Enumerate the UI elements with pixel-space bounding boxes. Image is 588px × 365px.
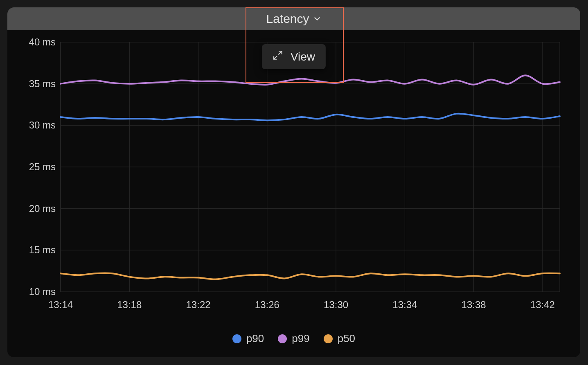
- legend-label: p90: [246, 332, 264, 345]
- y-tick-label: 35 ms: [29, 78, 56, 89]
- menu-item-view[interactable]: View: [291, 50, 315, 63]
- x-tick-label: 13:42: [530, 299, 555, 310]
- expand-icon: [273, 50, 283, 63]
- legend-label: p50: [338, 332, 355, 345]
- legend-item-p90[interactable]: p90: [232, 332, 264, 345]
- panel-menu: View: [262, 44, 326, 69]
- legend-item-p50[interactable]: p50: [324, 332, 355, 345]
- latency-chart: 10 ms15 ms20 ms25 ms30 ms35 ms40 ms13:14…: [20, 38, 568, 316]
- legend-label: p99: [292, 332, 309, 345]
- legend-swatch: [324, 334, 333, 343]
- series-p99: [61, 75, 560, 85]
- y-tick-label: 30 ms: [29, 119, 56, 131]
- legend-swatch: [278, 334, 287, 343]
- x-tick-label: 13:38: [462, 299, 486, 310]
- legend-swatch: [232, 334, 241, 343]
- svg-line-0: [279, 51, 282, 54]
- y-tick-label: 40 ms: [29, 38, 56, 47]
- y-tick-label: 15 ms: [29, 244, 56, 255]
- svg-line-1: [274, 56, 277, 59]
- panel-title: Latency: [266, 12, 309, 26]
- y-tick-label: 10 ms: [29, 286, 56, 297]
- panel-title-bar[interactable]: Latency: [7, 7, 580, 30]
- chevron-down-icon: [313, 14, 322, 23]
- x-tick-label: 13:18: [117, 299, 142, 310]
- series-p50: [61, 273, 560, 279]
- series-p90: [61, 114, 560, 121]
- x-tick-label: 13:30: [324, 299, 348, 310]
- legend: p90p99p50: [7, 332, 580, 345]
- x-tick-label: 13:34: [392, 299, 417, 310]
- y-tick-label: 20 ms: [29, 203, 56, 214]
- x-tick-label: 13:14: [48, 299, 73, 310]
- x-tick-label: 13:22: [186, 299, 211, 310]
- chart-area: 10 ms15 ms20 ms25 ms30 ms35 ms40 ms13:14…: [20, 38, 568, 316]
- latency-panel: Latency View 10 ms15 ms20 ms25 ms30 ms35…: [7, 7, 580, 357]
- y-tick-label: 25 ms: [29, 161, 56, 172]
- legend-item-p99[interactable]: p99: [278, 332, 309, 345]
- x-tick-label: 13:26: [255, 299, 279, 310]
